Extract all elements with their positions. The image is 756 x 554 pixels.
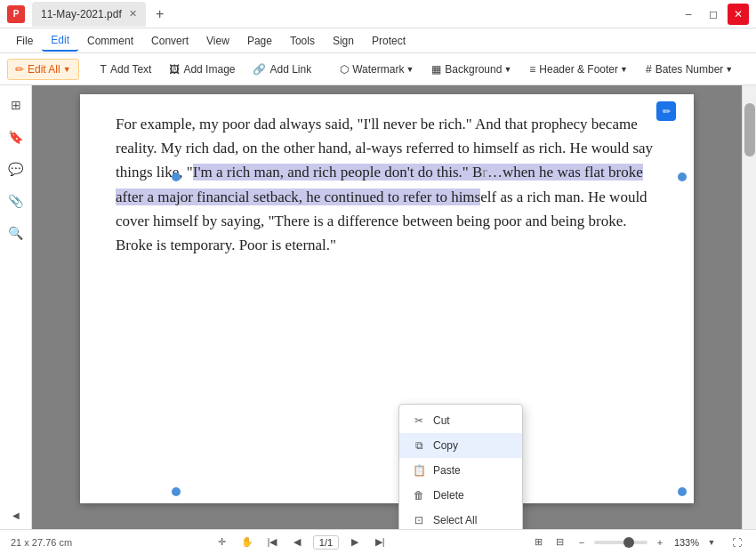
image-icon: 🖼: [169, 63, 180, 76]
text-icon: T: [101, 63, 107, 76]
window-controls: – ◻ ✕: [678, 4, 749, 25]
link-icon: 🔗: [253, 63, 266, 76]
zoom-level: 133%: [674, 537, 699, 548]
titlebar: P 11-May-2021.pdf ✕ + – ◻ ✕: [0, 0, 756, 28]
edit-all-label: Edit All: [28, 63, 60, 76]
menu-tools[interactable]: Tools: [281, 31, 324, 51]
restore-button[interactable]: ◻: [703, 4, 724, 25]
cut-label: Cut: [433, 414, 450, 427]
context-menu-cut[interactable]: ✂ Cut: [399, 408, 522, 433]
zoom-in-button[interactable]: +: [651, 534, 669, 551]
paste-label: Paste: [433, 464, 461, 477]
fullscreen-button[interactable]: ⛶: [728, 534, 745, 551]
active-tab[interactable]: 11-May-2021.pdf ✕: [32, 2, 146, 27]
sidebar-search-icon[interactable]: 🔍: [4, 221, 28, 245]
background-icon: ▦: [431, 63, 441, 76]
zoom-slider[interactable]: [594, 541, 647, 544]
background-button[interactable]: ▦ Background ▼: [424, 60, 519, 79]
minimize-button[interactable]: –: [678, 4, 699, 25]
annotation-icon: ✏: [656, 101, 676, 121]
add-image-label: Add Image: [183, 63, 235, 76]
add-text-label: Add Text: [110, 63, 151, 76]
pdf-area[interactable]: ✏ For example, my poor dad always said, …: [32, 85, 742, 529]
scrollbar-thumb[interactable]: [744, 103, 755, 157]
menu-convert[interactable]: Convert: [142, 31, 197, 51]
fit-page-icon[interactable]: ⊞: [530, 534, 548, 551]
menu-edit[interactable]: Edit: [42, 30, 78, 52]
header-footer-button[interactable]: ≡ Header & Footer ▼: [522, 60, 635, 79]
edit-icon: ✏: [15, 63, 24, 76]
context-menu-copy[interactable]: ⧉ Copy: [399, 433, 522, 458]
selection-handle-bl[interactable]: [172, 487, 181, 496]
tab-close-button[interactable]: ✕: [129, 8, 137, 20]
app-logo: P: [7, 5, 25, 23]
fit-width-icon[interactable]: ⊟: [551, 534, 569, 551]
add-link-button[interactable]: 🔗 Add Link: [245, 60, 318, 79]
menu-view[interactable]: View: [197, 31, 238, 51]
page-dimensions: 21 x 27.76 cm: [11, 537, 72, 548]
bates-label: Bates Number: [655, 63, 724, 76]
new-tab-button[interactable]: +: [149, 4, 171, 25]
menubar: File Edit Comment Convert View Page Tool…: [0, 28, 756, 53]
sidebar-comment-icon[interactable]: 💬: [4, 157, 28, 181]
right-scrollbar[interactable]: [742, 85, 756, 529]
zoom-out-button[interactable]: −: [573, 534, 591, 551]
zoom-dropdown-button[interactable]: ▼: [703, 534, 720, 551]
context-menu: ✂ Cut ⧉ Copy 📋 Paste 🗑 Delete ⊡ Sele: [398, 404, 523, 529]
context-menu-paste[interactable]: 📋 Paste: [399, 458, 522, 483]
delete-label: Delete: [433, 489, 464, 502]
total-pages: 1: [327, 537, 333, 548]
hand-tool-icon[interactable]: ✋: [238, 534, 256, 551]
add-text-button[interactable]: T Add Text: [93, 60, 159, 79]
select-all-label: Select All: [433, 514, 477, 526]
cut-icon: ✂: [412, 413, 426, 428]
prev-page-button[interactable]: ◀: [288, 534, 306, 551]
bates-icon: #: [646, 63, 652, 76]
selection-handle-br[interactable]: [678, 487, 687, 496]
current-page: 1: [319, 537, 325, 548]
selection-handle-tr[interactable]: [678, 173, 687, 181]
tab-label: 11-May-2021.pdf: [41, 8, 122, 20]
first-page-button[interactable]: |◀: [263, 534, 281, 551]
copy-label: Copy: [433, 439, 458, 452]
zoom-thumb[interactable]: [623, 537, 634, 548]
menu-protect[interactable]: Protect: [363, 31, 414, 51]
edit-all-button[interactable]: ✏ Edit All ▼: [7, 59, 79, 80]
main-area: ⊞ 🔖 💬 📎 🔍 ◀ ✏ For example, my poor dad a…: [0, 85, 756, 529]
watermark-label: Watermark: [352, 63, 404, 76]
page-info: 1/1: [313, 535, 339, 550]
zoom-controls: ⊞ ⊟ − + 133% ▼: [530, 534, 720, 551]
selection-handle-tl[interactable]: [172, 173, 181, 181]
toolbar: ✏ Edit All ▼ T Add Text 🖼 Add Image 🔗 Ad…: [0, 53, 756, 85]
menu-comment[interactable]: Comment: [78, 31, 142, 51]
paste-icon: 📋: [412, 463, 426, 478]
add-image-button[interactable]: 🖼 Add Image: [162, 60, 242, 79]
add-link-label: Add Link: [269, 63, 311, 76]
menu-page[interactable]: Page: [238, 31, 281, 51]
pdf-page: ✏ For example, my poor dad always said, …: [80, 94, 694, 503]
watermark-icon: ⬡: [340, 63, 349, 76]
sidebar-bookmark-icon[interactable]: 🔖: [4, 124, 28, 149]
sidebar-pages-icon[interactable]: ⊞: [4, 92, 28, 117]
next-page-button[interactable]: ▶: [346, 534, 364, 551]
context-menu-select-all[interactable]: ⊡ Select All: [399, 508, 522, 529]
last-page-button[interactable]: ▶|: [371, 534, 389, 551]
pdf-text-content: For example, my poor dad always said, "I…: [116, 112, 658, 257]
background-label: Background: [445, 63, 502, 76]
menu-file[interactable]: File: [7, 31, 42, 51]
close-button[interactable]: ✕: [728, 4, 749, 25]
header-footer-icon: ≡: [529, 63, 535, 76]
statusbar: 21 x 27.76 cm ✛ ✋ |◀ ◀ 1/1 ▶ ▶| ⊞ ⊟ − + …: [0, 529, 756, 554]
bates-number-button[interactable]: # Bates Number ▼: [639, 60, 740, 79]
delete-icon: 🗑: [412, 488, 426, 502]
select-all-icon: ⊡: [412, 513, 426, 527]
menu-sign[interactable]: Sign: [324, 31, 363, 51]
copy-icon: ⧉: [412, 438, 426, 453]
sidebar-collapse-button[interactable]: ◀: [9, 508, 23, 522]
context-menu-delete[interactable]: 🗑 Delete: [399, 483, 522, 508]
watermark-button[interactable]: ⬡ Watermark ▼: [333, 60, 421, 79]
cursor-tool-icon[interactable]: ✛: [213, 534, 231, 551]
left-sidebar: ⊞ 🔖 💬 📎 🔍 ◀: [0, 85, 32, 529]
header-footer-label: Header & Footer: [539, 63, 618, 76]
sidebar-attachment-icon[interactable]: 📎: [4, 189, 28, 213]
